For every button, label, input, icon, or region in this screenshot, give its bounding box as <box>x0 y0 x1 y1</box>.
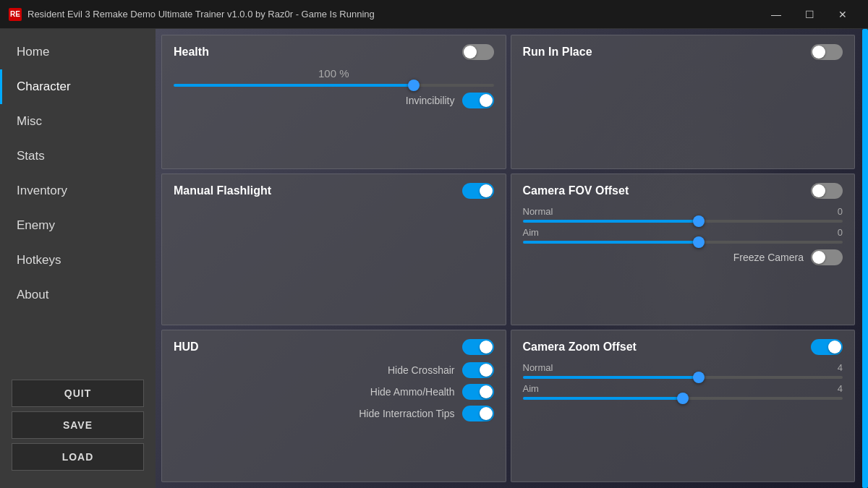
sidebar-item-hotkeys[interactable]: Hotkeys <box>0 243 156 278</box>
camera-zoom-aim-container: Aim 4 <box>523 383 843 400</box>
title-bar: RE Resident Evil 3 Remake Demo Ultimate … <box>0 0 868 29</box>
camera-fov-normal-track[interactable] <box>523 220 843 223</box>
freeze-camera-toggle-thumb <box>812 251 825 264</box>
hide-ammo-health-row: Hide Ammo/Health <box>174 384 494 400</box>
load-button[interactable]: LOAD <box>12 443 144 471</box>
title-bar-controls: — ☐ ✕ <box>760 0 859 29</box>
hud-toggle-thumb <box>480 341 493 354</box>
camera-zoom-toggle-thumb <box>828 341 841 354</box>
minimize-button[interactable]: — <box>760 0 793 29</box>
camera-fov-aim-row: Aim 0 <box>523 227 843 238</box>
camera-zoom-normal-track[interactable] <box>523 376 843 379</box>
camera-zoom-panel: Camera Zoom Offset Normal 4 <box>511 330 856 482</box>
manual-flashlight-toggle-thumb <box>480 184 493 197</box>
hide-ammo-health-toggle[interactable] <box>462 384 494 400</box>
health-slider-track[interactable] <box>174 84 494 87</box>
camera-zoom-aim-thumb[interactable] <box>677 393 689 404</box>
camera-fov-normal-label: Normal <box>523 206 553 217</box>
invincibility-toggle-thumb <box>480 94 493 107</box>
close-button[interactable]: ✕ <box>826 0 859 29</box>
save-button[interactable]: SAVE <box>12 411 144 439</box>
hide-interaction-tips-row: Hide Interraction Tips <box>174 406 494 421</box>
maximize-button[interactable]: ☐ <box>793 0 826 29</box>
main-content: Health 100 % Invincibility <box>156 29 868 488</box>
camera-fov-aim-fill <box>523 241 699 244</box>
sidebar-buttons: QUIT SAVE LOAD <box>0 374 156 482</box>
manual-flashlight-panel: Manual Flashlight <box>161 174 506 326</box>
sidebar-item-enemy[interactable]: Enemy <box>0 208 156 243</box>
camera-zoom-toggle[interactable] <box>811 339 843 355</box>
camera-fov-toggle-track <box>811 183 843 199</box>
hud-toggle-track <box>462 339 494 355</box>
sidebar-item-inventory[interactable]: Inventory <box>0 174 156 208</box>
sidebar-item-home[interactable]: Home <box>0 35 156 69</box>
camera-zoom-normal-fill <box>523 376 699 379</box>
manual-flashlight-header: Manual Flashlight <box>174 183 494 199</box>
camera-fov-aim-thumb[interactable] <box>693 236 705 248</box>
freeze-camera-toggle-track <box>811 249 843 265</box>
hud-header: HUD <box>174 339 494 355</box>
sidebar-item-character[interactable]: Character <box>0 69 156 104</box>
health-slider-fill <box>174 84 414 87</box>
hide-crosshair-label: Hide Crosshair <box>388 364 455 376</box>
nav-items: Home Character Misc Stats Inventory Enem… <box>0 35 156 374</box>
manual-flashlight-toggle-track <box>462 183 494 199</box>
run-in-place-toggle-track <box>811 44 843 60</box>
camera-fov-aim-track[interactable] <box>523 241 843 244</box>
scrollbar[interactable] <box>862 29 868 488</box>
camera-zoom-normal-thumb[interactable] <box>693 372 705 383</box>
hide-interaction-tips-toggle[interactable] <box>462 406 494 421</box>
camera-zoom-aim-value: 4 <box>838 383 843 394</box>
freeze-camera-row: Freeze Camera <box>523 249 843 265</box>
title-bar-text: Resident Evil 3 Remake Demo Ultimate Tra… <box>27 9 760 20</box>
hide-interaction-tips-toggle-thumb <box>480 407 493 420</box>
scrollbar-thumb[interactable] <box>862 29 868 488</box>
run-in-place-toggle[interactable] <box>811 44 843 60</box>
health-slider-container <box>174 84 494 87</box>
hide-ammo-health-toggle-track <box>462 384 494 400</box>
camera-fov-aim-label: Aim <box>523 227 539 238</box>
sidebar-item-misc[interactable]: Misc <box>0 104 156 139</box>
freeze-camera-toggle[interactable] <box>811 249 843 265</box>
camera-zoom-aim-label: Aim <box>523 383 539 394</box>
sidebar-item-stats[interactable]: Stats <box>0 139 156 174</box>
camera-zoom-aim-track[interactable] <box>523 397 843 400</box>
invincibility-row: Invincibility <box>174 93 494 108</box>
health-panel-title: Health <box>174 46 209 59</box>
app-body: Home Character Misc Stats Inventory Enem… <box>0 29 868 488</box>
health-panel-header: Health <box>174 44 494 60</box>
camera-zoom-normal-container: Normal 4 <box>523 362 843 379</box>
camera-fov-normal-thumb[interactable] <box>693 215 705 227</box>
hide-crosshair-toggle[interactable] <box>462 362 494 378</box>
camera-fov-aim-container: Aim 0 <box>523 227 843 244</box>
camera-fov-toggle[interactable] <box>811 183 843 199</box>
health-toggle[interactable] <box>462 44 494 60</box>
invincibility-label: Invincibility <box>406 95 455 106</box>
hide-crosshair-row: Hide Crosshair <box>174 362 494 378</box>
run-in-place-header: Run In Place <box>523 44 843 60</box>
camera-zoom-title: Camera Zoom Offset <box>523 341 637 354</box>
hud-panel: HUD Hide Crosshair <box>161 330 506 482</box>
camera-zoom-normal-row: Normal 4 <box>523 362 843 373</box>
camera-fov-panel: Camera FOV Offset Normal 0 <box>511 174 856 326</box>
camera-fov-normal-container: Normal 0 <box>523 206 843 223</box>
sidebar-item-about[interactable]: About <box>0 278 156 312</box>
quit-button[interactable]: QUIT <box>12 380 144 407</box>
hide-ammo-health-label: Hide Ammo/Health <box>370 386 455 398</box>
hud-title: HUD <box>174 341 199 354</box>
camera-zoom-aim-fill <box>523 397 683 400</box>
health-toggle-thumb <box>464 46 477 59</box>
hide-crosshair-toggle-track <box>462 362 494 378</box>
sidebar: Home Character Misc Stats Inventory Enem… <box>0 29 156 488</box>
health-slider-value: 100 % <box>174 67 494 80</box>
manual-flashlight-title: Manual Flashlight <box>174 184 271 197</box>
health-slider-thumb[interactable] <box>408 80 420 91</box>
invincibility-toggle-track <box>462 93 494 108</box>
invincibility-toggle[interactable] <box>462 93 494 108</box>
health-toggle-track <box>462 44 494 60</box>
run-in-place-toggle-thumb <box>812 46 825 59</box>
hud-toggle[interactable] <box>462 339 494 355</box>
camera-zoom-toggle-track <box>811 339 843 355</box>
camera-fov-normal-row: Normal 0 <box>523 206 843 217</box>
manual-flashlight-toggle[interactable] <box>462 183 494 199</box>
